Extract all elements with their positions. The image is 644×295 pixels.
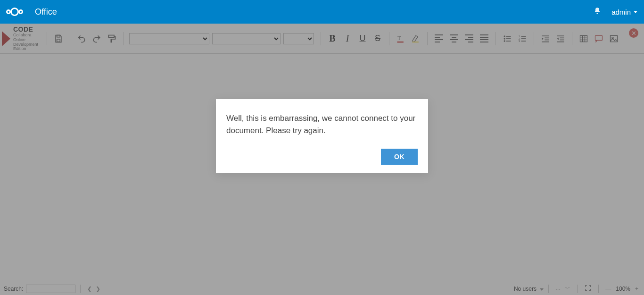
modal-overlay: Well, this is embarrassing, we cannot co… <box>0 24 644 295</box>
nextcloud-logo[interactable] <box>7 8 23 16</box>
top-bar: Office admin <box>0 0 644 24</box>
app-title: Office <box>35 7 57 17</box>
user-menu[interactable]: admin <box>611 8 637 16</box>
user-name: admin <box>611 8 631 16</box>
caret-down-icon <box>634 11 637 13</box>
app-body: CODE Collabora Online Development Editio… <box>0 24 644 295</box>
notifications-icon[interactable] <box>594 7 601 17</box>
ok-button[interactable]: OK <box>381 149 418 165</box>
dialog-message: Well, this is embarrassing, we cannot co… <box>226 112 418 136</box>
error-dialog: Well, this is embarrassing, we cannot co… <box>216 99 428 173</box>
